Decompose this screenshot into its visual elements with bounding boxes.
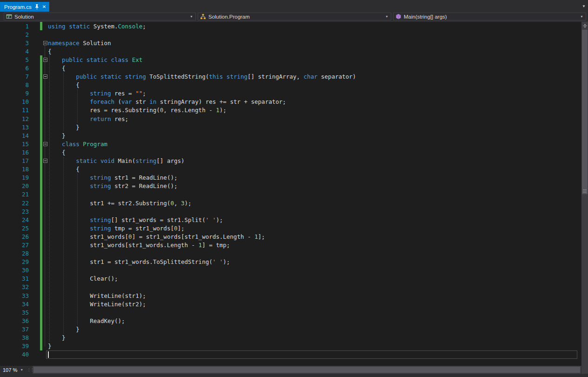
code-line[interactable]: 15 class Program [0,140,581,148]
code-line[interactable]: 31 Clear(); [0,275,581,283]
line-number[interactable]: 17 [0,157,29,164]
line-number[interactable]: 29 [0,258,29,265]
code-line[interactable]: 4{ [0,47,581,55]
line-number[interactable]: 21 [0,191,29,198]
code-line[interactable]: 7 public static string ToSplittedString(… [0,73,581,81]
code-line[interactable]: 22 str1 += str2.Substring(0, 3); [0,199,581,207]
line-number[interactable]: 31 [0,275,29,282]
vertical-scrollbar[interactable] [581,22,588,366]
line-number[interactable]: 2 [0,31,29,38]
line-number[interactable]: 34 [0,301,29,308]
code-line[interactable]: 19 string str1 = ReadLine(); [0,174,581,182]
line-number[interactable]: 39 [0,343,29,350]
tab-overflow-chevron-icon[interactable]: ▼ [582,4,586,8]
line-number[interactable]: 15 [0,141,29,148]
code-line[interactable]: 27 str1_words[str1_words.Length - 1] = t… [0,241,581,249]
fold-collapse-icon[interactable] [43,159,47,163]
zoom-control[interactable]: 107 % ▼ [0,366,28,374]
line-number[interactable]: 16 [0,149,29,156]
line-number[interactable]: 23 [0,208,29,215]
line-number[interactable]: 30 [0,267,29,274]
code-line[interactable]: 40 [0,350,581,359]
code-line[interactable]: 21 [0,190,581,199]
code-line[interactable]: 14 } [0,131,581,140]
tab-program-cs[interactable]: Program.cs ✕ [0,2,49,12]
code-line[interactable]: 38 } [0,333,581,342]
code-line[interactable]: 37 } [0,325,581,333]
code-line[interactable]: 24 string[] str1_words = str1.Split(' ')… [0,215,581,224]
line-number[interactable]: 18 [0,166,29,173]
line-number[interactable]: 28 [0,250,29,257]
line-number[interactable]: 25 [0,225,29,232]
line-number[interactable]: 14 [0,132,29,139]
code-line[interactable]: 5 public static class Ext [0,55,581,64]
line-number[interactable]: 12 [0,115,29,122]
code-line[interactable]: 17 static void Main(string[] args) [0,157,581,165]
line-number[interactable]: 26 [0,233,29,240]
type-dropdown[interactable]: Solution.Program ▼ [198,13,391,20]
horizontal-scrollbar[interactable] [33,366,581,374]
project-dropdown[interactable]: # Solution ▼ [4,13,196,20]
code-line[interactable]: 13 } [0,123,581,131]
line-number[interactable]: 7 [0,73,29,80]
line-number[interactable]: 35 [0,309,29,316]
code-line[interactable]: 30 [0,266,581,275]
code-line[interactable]: 29 str1 = str1_words.ToSplittedString(' … [0,258,581,266]
code-line[interactable]: 1using static System.Console; [0,22,581,30]
fold-collapse-icon[interactable] [43,41,47,45]
code-line[interactable]: 11 res = res.Substring(0, res.Length - 1… [0,106,581,114]
line-number[interactable]: 37 [0,326,29,333]
vertical-scrollbar-thumb[interactable] [582,30,588,194]
line-number[interactable]: 11 [0,107,29,114]
fold-collapse-icon[interactable] [43,74,47,79]
line-number[interactable]: 40 [0,351,29,358]
horizontal-scrollbar-thumb[interactable] [33,367,580,373]
code-line[interactable]: 36 ReadKey(); [0,316,581,325]
line-number[interactable]: 5 [0,56,29,63]
code-line[interactable]: 23 [0,207,581,215]
code-line[interactable]: 26 str1_words[0] = str1_words[str1_words… [0,232,581,241]
code-line[interactable]: 33 WriteLine(str1); [0,291,581,300]
fold-collapse-icon[interactable] [43,58,47,62]
line-number[interactable]: 3 [0,40,29,47]
line-number[interactable]: 1 [0,23,29,30]
code-line[interactable]: 6 { [0,64,581,72]
code-line[interactable]: 32 [0,283,581,291]
code-line[interactable]: 20 string str2 = ReadLine(); [0,182,581,190]
code-line[interactable]: 3namespace Solution [0,39,581,47]
code-line[interactable]: 35 [0,308,581,316]
code-line[interactable]: 28 [0,249,581,258]
line-number[interactable]: 36 [0,317,29,324]
code-line[interactable]: 16 { [0,148,581,156]
line-number[interactable]: 32 [0,283,29,290]
code-editor[interactable]: 1using static System.Console;23namespace… [0,22,588,366]
splitter-grip[interactable]: ⋮⋮ [28,366,33,374]
line-number[interactable]: 8 [0,81,29,88]
code-line[interactable]: 18 { [0,165,581,174]
code-line[interactable]: 34 WriteLine(str2); [0,300,581,308]
line-number[interactable]: 19 [0,174,29,181]
line-number[interactable]: 24 [0,216,29,223]
line-number[interactable]: 6 [0,65,29,72]
code-line[interactable]: 2 [0,30,581,39]
line-number[interactable]: 27 [0,242,29,249]
pin-icon[interactable] [35,4,39,10]
code-line[interactable]: 39} [0,342,581,350]
line-number[interactable]: 20 [0,182,29,189]
line-number[interactable]: 4 [0,48,29,55]
member-dropdown[interactable]: Main(string[] args) ▼ [393,13,586,20]
code-line[interactable]: 8 { [0,81,581,89]
line-number[interactable]: 38 [0,334,29,341]
line-number[interactable]: 33 [0,292,29,299]
scrollbar-split-grip[interactable] [581,22,588,30]
line-number[interactable]: 13 [0,124,29,131]
line-number[interactable]: 9 [0,90,29,97]
fold-collapse-icon[interactable] [43,142,47,146]
close-icon[interactable]: ✕ [42,4,46,9]
code-line[interactable]: 9 string res = ""; [0,89,581,98]
code-line[interactable]: 25 string tmp = str1_words[0]; [0,224,581,232]
code-line[interactable]: 10 foreach (var str in stringArray) res … [0,98,581,106]
line-number[interactable]: 10 [0,98,29,105]
line-number[interactable]: 22 [0,200,29,207]
code-line[interactable]: 12 return res; [0,114,581,123]
